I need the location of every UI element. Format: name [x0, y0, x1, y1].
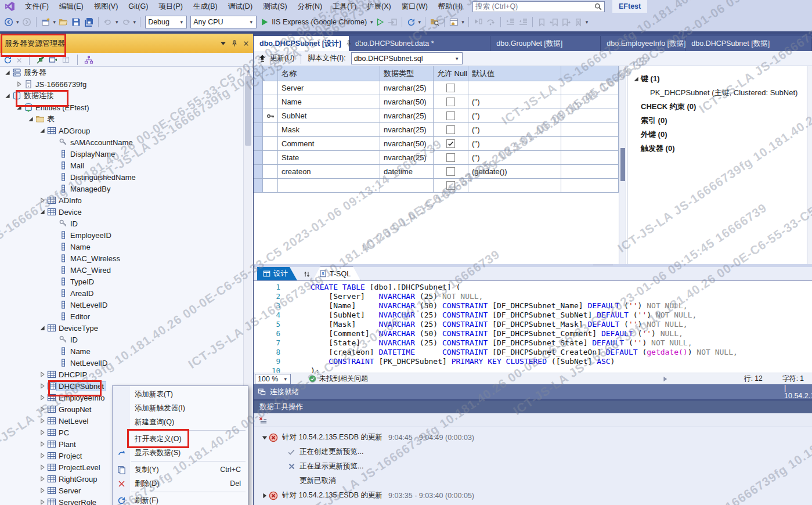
menu-item-2[interactable]: 添加新触发器(I) [113, 401, 248, 415]
expander-icon[interactable] [3, 93, 12, 99]
tree-item-js-16666739fg[interactable]: JS-16666739fg [0, 78, 244, 90]
cell-name[interactable]: SubNet [278, 109, 380, 123]
grid-scrollbar[interactable] [619, 66, 626, 264]
menu-item-3[interactable]: Git(G) [123, 0, 153, 13]
menu-item-5[interactable]: 生成(B) [188, 0, 223, 13]
null-checkbox[interactable] [446, 125, 455, 134]
cell-default[interactable]: ('') [468, 109, 561, 123]
cell-name[interactable]: Comment [278, 137, 380, 151]
row-selector[interactable] [254, 137, 263, 151]
keys-item-2[interactable]: CHECK 约束 (0) [631, 100, 807, 114]
null-checkbox[interactable] [446, 153, 455, 162]
tree-item-name[interactable]: Name [0, 241, 244, 252]
tree-item--[interactable]: 数据连接 [0, 90, 244, 102]
expander-icon[interactable] [3, 70, 12, 75]
tree-item-displayname[interactable]: DisplayName [0, 148, 244, 160]
expand-arrow-icon[interactable] [662, 376, 668, 382]
dropdown-caret-icon[interactable]: ▾ [460, 19, 465, 25]
expander-icon[interactable] [38, 406, 46, 412]
menu-item-8[interactable]: 刷新(F) [113, 493, 248, 505]
row-selector[interactable] [254, 165, 263, 179]
menu-item-6[interactable]: 调试(D) [223, 0, 258, 13]
cell-allow-null[interactable] [434, 109, 468, 123]
open-folder-button[interactable] [57, 16, 70, 28]
row-selector[interactable] [254, 95, 263, 109]
tree-item-mail[interactable]: Mail [0, 160, 244, 171]
cell-allow-null[interactable] [434, 151, 468, 165]
folder-search-button[interactable] [428, 16, 441, 28]
grid-scrollbar-thumb[interactable] [620, 148, 625, 181]
menu-item-7[interactable]: 测试(S) [258, 0, 293, 13]
tree-item-mac-wireless[interactable]: MAC_Wireless [0, 252, 244, 264]
sql-editor[interactable]: 1CREATE TABLE [dbo].[DHCPSubnet] (2 [Ser… [254, 281, 812, 374]
step1-button[interactable] [472, 16, 485, 28]
document-tab-3[interactable]: dbo.EmployeeInfo [数据] [601, 36, 685, 51]
script-file-combo[interactable]: dbo.DHCPSubnet.sql ▾ [351, 52, 463, 64]
tree-item-id[interactable]: ID [0, 334, 244, 345]
menu-item-3[interactable]: 新建查询(Q) [113, 415, 248, 429]
expander-icon[interactable] [15, 81, 23, 87]
menu-item-5[interactable]: 显示表数据(S) [113, 446, 248, 460]
null-checkbox[interactable] [446, 181, 455, 190]
expander-icon[interactable] [38, 209, 46, 215]
expander-icon[interactable] [38, 371, 46, 377]
expander-icon[interactable] [38, 453, 46, 459]
tree-item--[interactable]: 服务器 [0, 67, 244, 78]
keys-item-3[interactable]: 索引 (0) [631, 114, 807, 128]
bm3-button[interactable] [560, 17, 572, 28]
row-selector[interactable] [254, 179, 263, 193]
cell-type[interactable] [380, 179, 434, 193]
cell-allow-null[interactable] [434, 165, 468, 179]
plug2-button[interactable] [49, 55, 58, 64]
menu-item-4[interactable]: 项目(P) [153, 0, 188, 13]
cell-name[interactable]: Name [278, 95, 380, 109]
dropdown-caret-icon[interactable]: ▾ [417, 19, 423, 25]
expander-icon[interactable] [38, 197, 46, 203]
expander-icon[interactable] [38, 488, 46, 493]
keys-item-5[interactable]: 触发器 (0) [631, 142, 807, 156]
refresh-button[interactable] [3, 55, 12, 64]
tree-item-samaccountname[interactable]: sAMAccountName [0, 136, 244, 148]
document-tab-2[interactable]: dbo.GroupNet [数据] [490, 36, 601, 51]
save-button[interactable] [70, 16, 82, 28]
sort-icon[interactable] [303, 270, 311, 278]
restart-button[interactable] [405, 17, 417, 28]
expander-icon[interactable] [38, 464, 46, 470]
cell-default[interactable]: ('') [468, 151, 561, 165]
expander-icon[interactable] [38, 128, 46, 134]
tree-item-distinguishedname[interactable]: DistinguishedName [0, 171, 244, 183]
pin-icon[interactable] [231, 40, 238, 47]
indent-button[interactable] [504, 16, 517, 28]
dropdown-caret-icon[interactable]: ▾ [132, 19, 138, 25]
bm2-button[interactable] [548, 17, 560, 28]
attach-button[interactable] [386, 16, 399, 28]
keys-item-0[interactable]: 键 (1) [631, 72, 807, 86]
tree-item-adinfo[interactable]: ADInfo [0, 194, 244, 206]
menu-item-1[interactable]: 添加新表(T) [113, 387, 248, 401]
document-tab-1[interactable]: dbo.DHCPSubnet.data * [349, 36, 490, 51]
tree-scrollbar-thumb[interactable] [245, 76, 251, 146]
row-selector[interactable] [254, 151, 263, 165]
tree-item-devicetype[interactable]: DeviceType [0, 322, 244, 334]
null-checkbox[interactable] [446, 139, 455, 148]
dropdown-caret-icon[interactable]: ▾ [114, 19, 120, 25]
operation-0[interactable]: 针对 10.54.2.135.ESDB 的更新9:04:45 - 9:04:49… [254, 430, 812, 445]
tree-item-netlevelid[interactable]: NetLevelID [0, 357, 244, 369]
menu-item-12[interactable]: 帮助(H) [433, 0, 468, 13]
save-all-button[interactable] [82, 16, 95, 28]
tree-item--[interactable]: 表 [0, 113, 244, 125]
expander-icon[interactable] [38, 430, 46, 435]
cell-type[interactable]: nvarchar(25) [380, 151, 434, 165]
zoom-combo[interactable]: 100 %▾ [255, 374, 291, 384]
cell-allow-null[interactable] [434, 81, 468, 95]
hierarchy-button[interactable] [84, 55, 93, 64]
expander-icon[interactable] [38, 441, 46, 447]
expander-icon[interactable] [38, 395, 46, 401]
keys-scrollbar[interactable] [807, 66, 812, 264]
cell-default[interactable]: (getdate()) [468, 165, 561, 179]
step2-button[interactable] [485, 16, 497, 28]
update-button[interactable]: 更新(U) [270, 53, 294, 63]
tree-item-employeeid[interactable]: EmployeeID [0, 229, 244, 241]
keys-item-4[interactable]: 外键 (0) [631, 128, 807, 142]
tree-item-mac-wired[interactable]: MAC_Wired [0, 264, 244, 276]
